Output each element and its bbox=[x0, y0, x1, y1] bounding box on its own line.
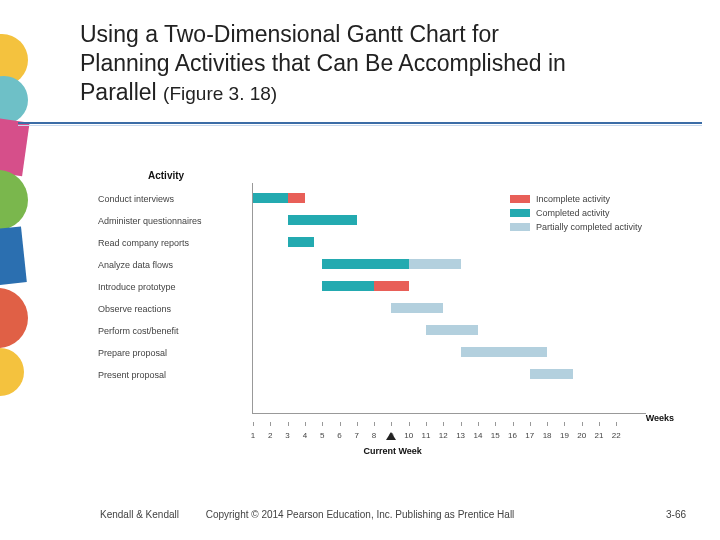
current-week-label: Current Week bbox=[363, 446, 421, 456]
legend-swatch bbox=[510, 195, 530, 203]
legend: Incomplete activityCompleted activityPar… bbox=[510, 192, 642, 234]
svg-rect-4 bbox=[0, 226, 27, 285]
gantt-row bbox=[253, 232, 646, 254]
gantt-bar-partial bbox=[426, 325, 478, 335]
footer-page-number: 3-66 bbox=[666, 509, 686, 520]
legend-swatch bbox=[510, 223, 530, 231]
legend-label: Partially completed activity bbox=[536, 222, 642, 232]
activity-labels: Conduct interviewsAdminister questionnai… bbox=[98, 188, 252, 386]
x-tick bbox=[547, 422, 548, 426]
activity-label: Introduce prototype bbox=[98, 276, 252, 298]
x-tick-label: 17 bbox=[523, 431, 537, 440]
gantt-bar-incomplete bbox=[288, 193, 305, 203]
x-tick-label: 7 bbox=[350, 431, 364, 440]
x-tick-label: 22 bbox=[609, 431, 623, 440]
gantt-row bbox=[253, 320, 646, 342]
title-divider bbox=[18, 122, 702, 124]
gantt-row bbox=[253, 342, 646, 364]
gantt-row bbox=[253, 298, 646, 320]
x-tick bbox=[253, 422, 254, 426]
x-tick bbox=[461, 422, 462, 426]
legend-item: Incomplete activity bbox=[510, 192, 642, 206]
legend-swatch bbox=[510, 209, 530, 217]
x-tick-label: 11 bbox=[419, 431, 433, 440]
activity-label: Administer questionnaires bbox=[98, 210, 252, 232]
x-tick-label: 1 bbox=[246, 431, 260, 440]
gantt-chart: Activity Weeks Conduct interviewsAdminis… bbox=[98, 170, 646, 450]
x-tick-label: 13 bbox=[454, 431, 468, 440]
legend-label: Incomplete activity bbox=[536, 194, 610, 204]
activity-label: Analyze data flows bbox=[98, 254, 252, 276]
legend-item: Completed activity bbox=[510, 206, 642, 220]
x-tick bbox=[340, 422, 341, 426]
legend-item: Partially completed activity bbox=[510, 220, 642, 234]
activity-label: Observe reactions bbox=[98, 298, 252, 320]
x-tick-label: 21 bbox=[592, 431, 606, 440]
x-tick bbox=[270, 422, 271, 426]
svg-point-6 bbox=[0, 348, 24, 396]
svg-rect-2 bbox=[0, 118, 30, 176]
slide: Using a Two-Dimensional Gantt Chart for … bbox=[0, 0, 720, 540]
x-tick bbox=[513, 422, 514, 426]
x-tick bbox=[374, 422, 375, 426]
x-tick bbox=[599, 422, 600, 426]
y-axis-label: Activity bbox=[148, 170, 184, 181]
title-line3: Parallel bbox=[80, 79, 157, 105]
activity-label: Prepare proposal bbox=[98, 342, 252, 364]
x-tick bbox=[288, 422, 289, 426]
svg-point-1 bbox=[0, 76, 28, 124]
gantt-row bbox=[253, 276, 646, 298]
x-tick bbox=[409, 422, 410, 426]
x-tick bbox=[495, 422, 496, 426]
x-tick bbox=[530, 422, 531, 426]
x-tick-label: 5 bbox=[315, 431, 329, 440]
gantt-bar-completed bbox=[322, 259, 409, 269]
x-tick bbox=[305, 422, 306, 426]
x-tick bbox=[443, 422, 444, 426]
x-tick-label: 20 bbox=[575, 431, 589, 440]
gantt-bar-partial bbox=[530, 369, 573, 379]
x-tick-label: 4 bbox=[298, 431, 312, 440]
gantt-bar-incomplete bbox=[374, 281, 409, 291]
x-tick-label: 2 bbox=[263, 431, 277, 440]
x-tick-label: 3 bbox=[281, 431, 295, 440]
svg-point-5 bbox=[0, 288, 28, 348]
x-tick-label: 12 bbox=[436, 431, 450, 440]
x-tick-label: 14 bbox=[471, 431, 485, 440]
x-tick-label: 6 bbox=[333, 431, 347, 440]
gantt-bar-partial bbox=[409, 259, 461, 269]
activity-label: Perform cost/benefit bbox=[98, 320, 252, 342]
x-tick-label: 8 bbox=[367, 431, 381, 440]
x-tick-label: 10 bbox=[402, 431, 416, 440]
activity-label: Conduct interviews bbox=[98, 188, 252, 210]
gantt-bar-completed bbox=[253, 193, 288, 203]
x-tick bbox=[391, 422, 392, 426]
footer-copyright: Copyright © 2014 Pearson Education, Inc.… bbox=[0, 509, 720, 520]
gantt-row bbox=[253, 364, 646, 386]
gantt-bar-completed bbox=[322, 281, 374, 291]
title-divider-light bbox=[18, 125, 702, 126]
x-tick bbox=[322, 422, 323, 426]
title-line2: Planning Activities that Can Be Accompli… bbox=[80, 50, 566, 76]
title-line1: Using a Two-Dimensional Gantt Chart for bbox=[80, 21, 499, 47]
x-tick bbox=[564, 422, 565, 426]
legend-label: Completed activity bbox=[536, 208, 610, 218]
current-week-arrow-icon bbox=[386, 432, 396, 440]
x-tick-label: 19 bbox=[557, 431, 571, 440]
activity-label: Present proposal bbox=[98, 364, 252, 386]
page-title: Using a Two-Dimensional Gantt Chart for … bbox=[80, 20, 680, 106]
gantt-bar-partial bbox=[391, 303, 443, 313]
x-axis-label: Weeks bbox=[646, 413, 674, 423]
x-tick bbox=[582, 422, 583, 426]
x-tick bbox=[357, 422, 358, 426]
x-tick bbox=[616, 422, 617, 426]
decorative-strip bbox=[0, 0, 36, 540]
activity-label: Read company reports bbox=[98, 232, 252, 254]
x-tick bbox=[478, 422, 479, 426]
gantt-bar-completed bbox=[288, 215, 357, 225]
gantt-bar-completed bbox=[288, 237, 314, 247]
figure-ref: (Figure 3. 18) bbox=[163, 83, 277, 104]
svg-point-3 bbox=[0, 170, 28, 230]
gantt-row bbox=[253, 254, 646, 276]
x-tick-label: 16 bbox=[506, 431, 520, 440]
